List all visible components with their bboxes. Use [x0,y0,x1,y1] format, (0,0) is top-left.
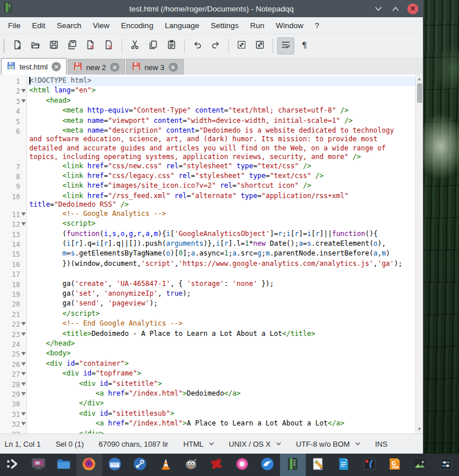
code-text[interactable]: </script> [27,309,415,319]
code-text[interactable]: <meta name="viewport" content="width=dev… [27,117,415,126]
editor-line[interactable]: 9 <link href="images/site_icon.ico?v=2" … [0,181,423,191]
editor-line[interactable]: 11 <!-- Google Analytics --> [0,210,423,219]
code-text[interactable]: <link href="css/new.css" rel="stylesheet… [27,162,415,172]
editor-line[interactable]: 5 <meta name="viewport" content="width=d… [0,117,423,126]
code-text[interactable]: <meta name="description" content="Dedoim… [27,126,415,162]
undo-button[interactable] [189,37,206,55]
code-text[interactable]: <head> [27,96,415,106]
tab-test.html[interactable]: test.html✕ [1,58,67,75]
editor-line[interactable]: 27 <div id="topframe"> [0,369,423,379]
code-text[interactable]: <!DOCTYPE html> [27,76,415,86]
copy-button[interactable] [145,37,162,55]
code-text[interactable]: <title>Dedoimedo - A Place to Learn a Lo… [27,330,415,339]
editor-line[interactable]: 28 <div id="sitetitle"> [0,380,423,389]
tab-close-button[interactable]: ✕ [169,63,178,72]
fold-marker-icon[interactable] [21,222,26,226]
editor-line[interactable]: 20 ga('send', 'pageview'); [0,299,423,309]
fold-marker-icon[interactable] [21,422,26,425]
fold-marker-icon[interactable] [21,372,26,376]
editor-line[interactable]: 25 <body> [0,349,423,359]
editor-line[interactable]: 6 <meta name="description" content="Dedo… [0,126,423,162]
fold-marker-icon[interactable] [21,382,26,386]
close-all-files-button[interactable] [100,37,118,55]
new-file-button[interactable] [9,37,26,55]
taskbar-item-system-settings[interactable] [433,454,458,476]
tab-new-3[interactable]: new 3✕ [126,59,184,75]
code-text[interactable]: ga('create', 'UA-465847-1', { 'storage':… [27,280,415,289]
fold-marker-icon[interactable] [21,322,26,326]
editor-line[interactable]: 16 })(window,document,'script','https://… [0,260,423,269]
editor-line[interactable]: 2<html lang="en"> [0,86,423,96]
editor-line[interactable]: 21 </script> [0,309,423,319]
taskbar-item-file-manager[interactable] [51,454,76,476]
code-text[interactable]: (i[r].q=i[r].q||[]).push(arguments)},i[r… [27,239,415,249]
title-bar[interactable]: test.html (/home/roger/Documents) - Note… [0,0,423,17]
scrollbar-thumb[interactable] [417,83,422,103]
tab-close-button[interactable]: ✕ [52,62,61,71]
code-text[interactable] [27,269,415,279]
code-text[interactable]: <div id="sitetitle"> [27,380,415,389]
editor-line[interactable]: 3 <head> [0,96,423,106]
editor-line[interactable]: 32 <a href="/index.html">A Place to Lear… [0,419,423,429]
shade-window-button[interactable] [373,3,383,14]
editor-line[interactable]: 26 <div id="container"> [0,359,423,369]
taskbar-item-pink-media-app[interactable] [230,454,255,476]
menu-item-view[interactable]: View [87,19,115,32]
fold-marker-icon[interactable] [21,352,26,355]
menu-item-[interactable]: ? [309,19,325,32]
code-editor[interactable]: 1<!DOCTYPE html>2<html lang="en">3 <head… [0,75,423,434]
code-text[interactable]: (function(i,s,o,g,r,a,m){i['GoogleAnalyt… [27,230,415,239]
show-all-characters-button[interactable]: ¶ [295,37,313,55]
code-text[interactable]: </head> [27,339,415,349]
menu-item-encoding[interactable]: Encoding [115,19,159,32]
code-text[interactable]: </div> [27,429,415,434]
tab-new-2[interactable]: new 2✕ [68,59,125,75]
editor-line[interactable]: 33 </div> [0,429,423,434]
eol-selector[interactable]: UNIX / OS X [229,440,281,448]
editor-line[interactable]: 23 <title>Dedoimedo - A Place to Learn a… [0,330,423,339]
editor-scrollbar[interactable] [415,75,423,434]
taskbar-item-thunderbird[interactable] [102,454,127,476]
maximize-window-button[interactable] [390,3,400,14]
taskbar-item-red-game-app[interactable] [204,454,229,476]
menu-item-run[interactable]: Run [244,19,270,32]
editor-line[interactable]: 31 <div id="sitetitlesub"> [0,409,423,419]
editor-line[interactable]: 10 <link href="/rss_feed.xml" rel="alter… [0,192,423,210]
code-text[interactable]: <a href="/index.html">A Place to Learn a… [27,419,415,429]
menu-item-file[interactable]: File [2,19,26,32]
taskbar-item-falkon-browser[interactable] [255,454,280,476]
code-text[interactable]: </div> [27,399,415,409]
taskbar-item-office-writer[interactable] [331,454,356,476]
fold-marker-icon[interactable] [21,392,26,396]
open-file-button[interactable] [27,37,44,55]
close-file-button[interactable] [82,37,99,55]
fold-marker-icon[interactable] [21,362,26,366]
code-text[interactable]: <script> [27,219,415,229]
code-text[interactable]: <link href="images/site_icon.ico?v=2" re… [27,181,415,191]
taskbar-item-vlc[interactable] [153,454,178,476]
code-text[interactable]: <!-- Google Analytics --> [27,210,415,219]
taskbar-item-app-launcher[interactable] [0,454,25,476]
editor-line[interactable]: 18 ga('create', 'UA-465847-1', { 'storag… [0,280,423,289]
code-text[interactable]: <!-- End Google Analytics --> [27,319,415,329]
menu-item-window[interactable]: Window [270,19,309,32]
code-text[interactable]: <meta http-equiv="Content-Type" content=… [27,106,415,116]
editor-line[interactable]: 8 <link href="css/legacy.css" rel="style… [0,172,423,181]
editor-line[interactable]: 19 ga('set', 'anonymizeIp', true); [0,289,423,299]
taskbar-item-gpdf-reader[interactable]: GPDF [382,454,407,476]
code-text[interactable]: m=s.getElementsByTagName(o)[0];a.async=1… [27,249,415,259]
save-button[interactable] [45,37,63,55]
close-window-button[interactable]: ✕ [407,3,418,14]
editor-line[interactable]: 24 </head> [0,339,423,349]
fold-marker-icon[interactable] [21,332,26,336]
editor-line[interactable]: 1<!DOCTYPE html> [0,76,423,86]
code-text[interactable]: ga('set', 'anonymizeIp', true); [27,289,415,299]
taskbar-item-gimp[interactable] [178,454,204,476]
fold-marker-icon[interactable] [21,412,26,416]
editor-line[interactable]: 13 (function(i,s,o,g,r,a,m){i['GoogleAna… [0,230,423,239]
taskbar-item-steam[interactable] [127,454,153,476]
fold-marker-icon[interactable] [21,99,26,103]
code-text[interactable]: <html lang="en"> [27,86,415,96]
code-text[interactable]: <div id="topframe"> [27,369,415,379]
code-text[interactable]: <a href="/index.html">Dedoimedo</a> [27,389,415,399]
